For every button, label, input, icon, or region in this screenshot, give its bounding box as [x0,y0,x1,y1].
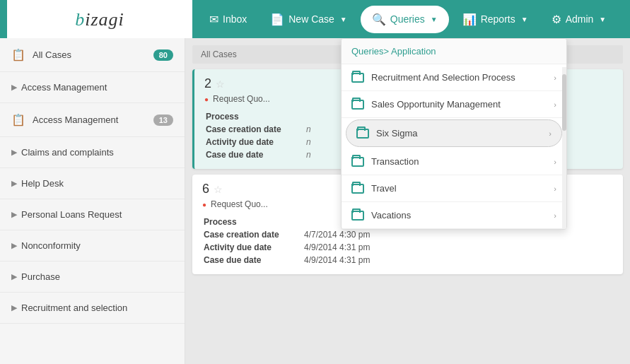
chevron-vacations: › [554,211,556,220]
new-case-caret: ▼ [340,16,347,23]
recruitment-label: Recruitment and selection [21,303,173,313]
reports-label: Reports [481,13,515,25]
all-cases-label: All Cases [33,49,153,60]
chevron-travel: › [554,184,556,193]
dropdown-item-recruitment[interactable]: Recruitment And Selection Process › [342,64,566,91]
reports-icon: 📊 [462,13,477,26]
expand-arrow-help: ▶ [11,179,17,188]
expand-arrow-loans: ▶ [11,210,17,219]
access-management-2-badge: 13 [153,115,173,126]
chevron-recruitment: › [554,74,556,82]
dropdown-item-recruitment-label: Recruitment And Selection Process [371,72,515,83]
admin-label: Admin [566,13,594,25]
expand-arrow-1: ▶ [11,83,17,92]
status-dot-2: ● [204,95,209,103]
status-dot-6: ● [202,201,206,209]
folder-icon-transaction [351,157,364,167]
purchase-label: Purchase [21,271,173,282]
all-cases-badge: 80 [153,49,173,61]
top-nav: bizagi ✉ Inbox 📄 New Case ▼ 🔍 Queries ▼ … [0,0,630,38]
folder-icon-sales [351,100,364,110]
access-management-2-label: Access Management [33,115,153,125]
personal-loans-label: Personal Loans Request [21,209,173,220]
dropdown-item-transaction-label: Transaction [371,156,419,167]
claims-label: Claims and complaints [21,147,173,158]
creation-label-6: Case creation date [204,229,303,240]
star-icon-6[interactable]: ☆ [214,184,223,195]
folder-icon-travel [351,184,364,194]
dropdown-item-travel[interactable]: Travel › [342,175,566,202]
help-desk-label: Help Desk [21,178,173,189]
queries-label: Queries [390,13,425,25]
sidebar-item-claims[interactable]: ▶ Claims and complaints [0,137,185,168]
new-case-icon: 📄 [270,13,284,26]
dropdown-menu[interactable]: Queries> Application Recruitment And Sel… [341,38,567,230]
folder-icon-vacations [351,211,364,221]
dropdown-item-travel-label: Travel [371,183,397,194]
reports-caret: ▼ [521,16,528,23]
expand-arrow-nonconformity: ▶ [11,241,17,250]
logo-area: bizagi [7,0,192,38]
queries-caret: ▼ [431,16,438,23]
dropdown-item-six-sigma-label: Six Sigma [376,128,418,139]
admin-button[interactable]: ⚙ Admin ▼ [542,7,617,32]
dropdown-item-six-sigma[interactable]: Six Sigma › [346,119,562,147]
status-text-2: Request Quo... [213,94,270,104]
dropdown-header: Queries> Application [342,39,566,64]
folder-icon-six-sigma [356,129,369,139]
new-case-label: New Case [288,13,334,25]
access-management-1-label: Access Management [21,82,173,93]
access-management-2-icon: 📋 [11,113,25,127]
sidebar-item-access-management-2[interactable]: 📋 Access Management 13 [0,103,185,137]
logo: bizagi [75,8,124,30]
folder-icon-recruitment [351,73,364,83]
queries-icon: 🔍 [372,13,386,26]
activity-value-6: 4/9/2014 4:31 pm [304,242,612,253]
expand-arrow-claims: ▶ [11,148,17,157]
expand-arrow-recruitment: ▶ [11,303,17,312]
star-icon-2[interactable]: ☆ [216,78,225,90]
sidebar: 📋 All Cases 80 ▶ Access Management 📋 Acc… [0,38,185,364]
creation-value-6: 4/7/2014 4:30 pm [304,229,612,240]
due-value-6: 4/9/2014 4:31 pm [304,254,612,266]
sidebar-item-help-desk[interactable]: ▶ Help Desk [0,168,185,199]
nonconformity-label: Nonconformity [21,240,173,251]
inbox-button[interactable]: ✉ Inbox [199,7,257,32]
app-container: bizagi ✉ Inbox 📄 New Case ▼ 🔍 Queries ▼ … [0,0,630,364]
due-label-2: Case due date [206,149,305,160]
sidebar-item-personal-loans[interactable]: ▶ Personal Loans Request [0,199,185,230]
status-text-6: Request Quo... [211,199,268,209]
inbox-icon: ✉ [209,13,218,26]
inbox-label: Inbox [223,13,247,25]
sidebar-item-recruitment[interactable]: ▶ Recruitment and selection [0,293,185,324]
process-label-2: Process [206,111,305,122]
dropdown-scrollbar[interactable] [562,67,566,229]
admin-icon: ⚙ [552,13,561,26]
new-case-button[interactable]: 📄 New Case ▼ [260,7,357,32]
expand-arrow-purchase: ▶ [11,272,17,281]
chevron-sales: › [554,100,556,109]
dropdown-item-sales[interactable]: Sales Opportunity Management › [342,91,566,118]
reports-button[interactable]: 📊 Reports ▼ [453,7,538,32]
main-content: 📋 All Cases 80 ▶ Access Management 📋 Acc… [0,38,630,364]
admin-caret: ▼ [599,16,606,23]
chevron-transaction: › [554,158,556,166]
creation-label-2: Case creation date [206,124,305,135]
dropdown-scrollbar-thumb [562,74,566,131]
sidebar-item-purchase[interactable]: ▶ Purchase [0,262,185,293]
sidebar-item-nonconformity[interactable]: ▶ Nonconformity [0,230,185,262]
activity-label-2: Activity due date [206,136,305,148]
dropdown-item-vacations[interactable]: Vacations › [342,202,566,229]
dropdown-item-vacations-label: Vacations [371,210,411,221]
nav-items: ✉ Inbox 📄 New Case ▼ 🔍 Queries ▼ 📊 Repor… [192,6,623,33]
dropdown-item-transaction[interactable]: Transaction › [342,148,566,175]
due-label-6: Case due date [204,254,303,266]
queries-button[interactable]: 🔍 Queries ▼ [361,6,449,33]
activity-label-6: Activity due date [204,242,303,253]
content-area: All Cases 2 ☆ ● Request Quo... Process C… [185,38,630,364]
sidebar-item-all-cases[interactable]: 📋 All Cases 80 [0,38,185,72]
all-cases-icon: 📋 [11,48,25,61]
chevron-six-sigma: › [549,129,552,138]
sidebar-item-access-management-1[interactable]: ▶ Access Management [0,72,185,103]
dropdown-item-sales-label: Sales Opportunity Management [371,99,501,110]
